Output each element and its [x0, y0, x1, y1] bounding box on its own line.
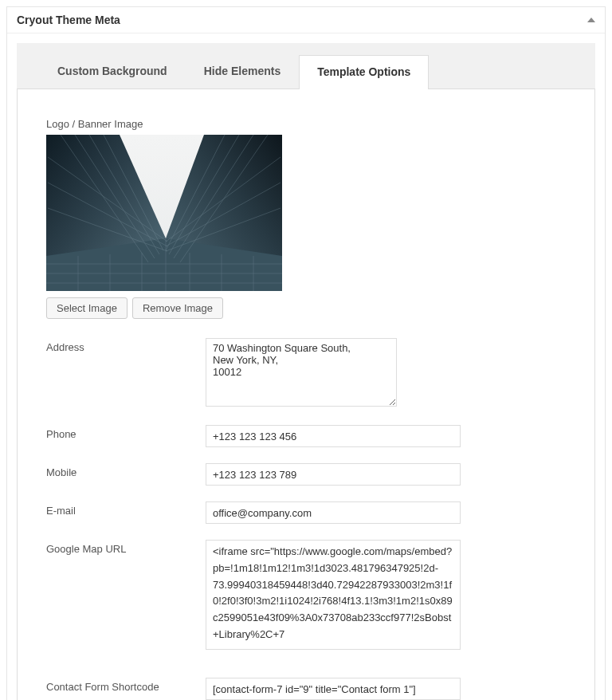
meta-box-body: Custom Background Hide Elements Template… [7, 33, 605, 700]
contact-form-shortcode-label: Contact Form Shortcode [46, 678, 206, 693]
tab-nav: Custom Background Hide Elements Template… [17, 43, 595, 89]
collapse-toggle-icon[interactable] [587, 18, 595, 22]
tab-custom-background[interactable]: Custom Background [39, 54, 186, 88]
email-input[interactable] [206, 501, 461, 524]
tab-hide-elements[interactable]: Hide Elements [186, 54, 299, 88]
email-label: E-mail [46, 501, 206, 517]
image-buttons: Select Image Remove Image [46, 297, 566, 319]
meta-box: Cryout Theme Meta Custom Background Hide… [6, 6, 606, 700]
mobile-input[interactable] [206, 463, 461, 486]
contact-form-shortcode-input[interactable] [206, 678, 461, 700]
select-image-button[interactable]: Select Image [46, 297, 128, 319]
tab-template-options[interactable]: Template Options [299, 55, 429, 89]
address-label: Address [46, 338, 206, 353]
google-map-url-label: Google Map URL [46, 540, 206, 555]
mobile-label: Mobile [46, 463, 206, 478]
phone-input[interactable] [206, 425, 461, 447]
remove-image-button[interactable]: Remove Image [132, 297, 223, 319]
tab-panel-template-options: Logo / Banner Image [17, 89, 595, 700]
logo-banner-preview[interactable] [46, 135, 282, 291]
meta-box-title: Cryout Theme Meta [17, 14, 120, 26]
google-map-url-input[interactable] [206, 540, 461, 650]
meta-box-header: Cryout Theme Meta [7, 7, 605, 33]
phone-label: Phone [46, 425, 206, 440]
address-input[interactable] [206, 338, 397, 407]
logo-banner-label: Logo / Banner Image [46, 118, 566, 130]
